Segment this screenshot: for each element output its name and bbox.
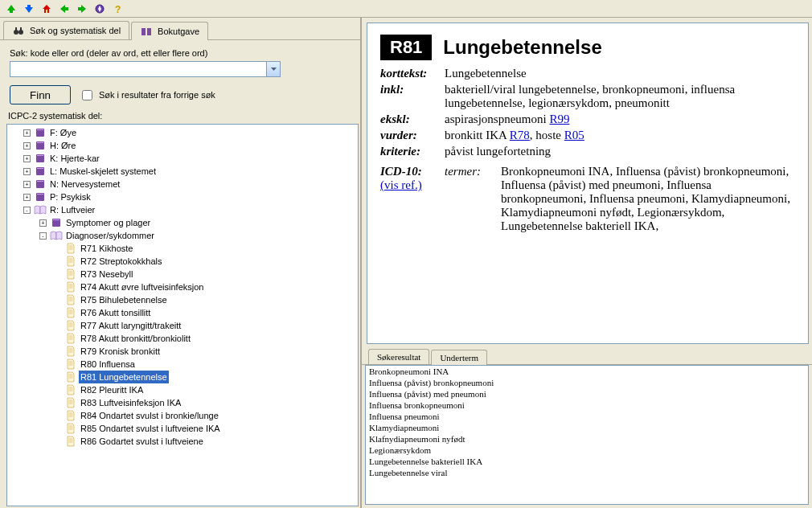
svg-rect-0 [46, 10, 47, 13]
page-icon [64, 435, 77, 448]
tree-node-label: R76 Akutt tonsillitt [79, 306, 152, 319]
tree-node-label: R77 Akutt laryngitt/trakeitt [79, 319, 182, 332]
book-icon [140, 25, 153, 38]
compass-icon[interactable] [93, 2, 106, 15]
tree-node-label: R75 Bihulebetennelse [79, 293, 169, 306]
nav-up-icon[interactable] [5, 2, 18, 15]
home-icon[interactable] [40, 2, 53, 15]
kriterie-value: påvist lungefortetning [445, 145, 795, 158]
search-dropdown-button[interactable] [267, 61, 281, 77]
tree-node[interactable]: -Diagnoser/sykdommer [7, 229, 358, 242]
code-badge: R81 [380, 35, 432, 60]
icd10-visref-link[interactable]: (vis ref.) [380, 178, 422, 191]
nav-back-icon[interactable] [58, 2, 71, 15]
page-icon [64, 383, 77, 396]
nav-down-icon[interactable] [23, 2, 35, 15]
search-input[interactable] [10, 61, 267, 77]
tree-view[interactable]: +F: Øye+H: Øre+K: Hjerte-kar+L: Muskel-s… [6, 124, 359, 506]
tree-node[interactable]: R81 Lungebetennelse [7, 371, 358, 383]
tree-node[interactable]: -R: Luftveier [7, 203, 358, 216]
detail-panel[interactable]: R81 Lungebetennelse korttekst: Lungebete… [367, 23, 809, 344]
list-item[interactable]: Bronkopneumoni INA [366, 366, 808, 377]
tree-node[interactable]: R85 Ondartet svulst i luftveiene IKA [7, 422, 358, 435]
tree-node-label: R86 Godartet svulst i luftveiene [79, 435, 205, 448]
search-area: Søk: kode eller ord (deler av ord, ett e… [0, 40, 360, 108]
list-item[interactable]: Lungebetennelse bakteriell IKA [366, 456, 808, 467]
left-pane: Søk og systematisk del Bokutgave Søk: ko… [0, 18, 362, 508]
tree-node[interactable]: +N: Nervesystemet [7, 178, 358, 190]
list-item[interactable]: Influensa pneumoni [366, 411, 808, 422]
ekskl-link[interactable]: R99 [549, 113, 569, 125]
tree-node[interactable]: +H: Øre [7, 139, 358, 152]
tree-node[interactable]: R83 Luftveisinfeksjon IKA [7, 396, 358, 409]
book-icon [34, 126, 47, 139]
tree-node[interactable]: +L: Muskel-skjelett systemet [7, 165, 358, 178]
vurder-link-1[interactable]: R78 [510, 129, 530, 141]
tree-expander-icon[interactable]: - [23, 207, 31, 214]
svg-rect-5 [15, 27, 17, 31]
tree-node[interactable]: R75 Bihulebetennelse [7, 293, 358, 306]
tree-node[interactable]: R73 Nesebyll [7, 268, 358, 281]
tree-node[interactable]: R72 Streptokokkhals [7, 255, 358, 268]
subterm-list[interactable]: Bronkopneumoni INAInfluensa (påvist) bro… [365, 365, 809, 505]
find-button[interactable]: Finn [10, 85, 71, 104]
korttekst-value: Lungebetennelse [445, 67, 795, 80]
icd10-termer-label: termer: [445, 165, 493, 233]
tree-node[interactable]: R79 Kronisk bronkitt [7, 345, 358, 358]
tree-expander-icon[interactable]: + [23, 155, 31, 162]
tab-search-results[interactable]: Søkeresultat [368, 349, 429, 364]
kriterie-label: kriterie: [380, 145, 445, 158]
search-in-results-checkbox[interactable]: Søk i resultater fra forrige søk [79, 88, 215, 103]
tree-node-label: K: Hjerte-kar [48, 152, 101, 165]
tree-expander-icon[interactable]: + [39, 219, 47, 227]
tree-expander-icon[interactable]: + [23, 129, 31, 137]
tree-node[interactable]: R71 Kikhoste [7, 242, 358, 255]
tab-book-edition[interactable]: Bokutgave [131, 22, 208, 40]
code-title: Lungebetennelse [443, 36, 601, 59]
tree-node[interactable]: +Symptomer og plager [7, 216, 358, 229]
help-icon[interactable]: ? [111, 2, 124, 15]
tree-node[interactable]: +K: Hjerte-kar [7, 152, 358, 165]
list-item[interactable]: Klamydiapneumoni [366, 422, 808, 433]
tree-node[interactable]: R76 Akutt tonsillitt [7, 306, 358, 319]
korttekst-label: korttekst: [380, 67, 445, 80]
tree-node[interactable]: R78 Akutt bronkitt/bronkiolitt [7, 332, 358, 345]
page-icon [64, 396, 77, 409]
tree-expander-icon[interactable]: - [39, 232, 47, 240]
page-icon [64, 409, 77, 422]
tree-node[interactable]: R84 Ondartet svulst i bronkie/lunge [7, 409, 358, 422]
nav-forward-icon[interactable] [76, 2, 88, 15]
list-item[interactable]: Influensa (påvist) med pneumoni [366, 388, 808, 399]
tree-node[interactable]: +F: Øye [7, 126, 358, 139]
svg-rect-8 [37, 142, 43, 143]
list-item[interactable]: Legionærsykdom [366, 444, 808, 456]
list-item[interactable]: Influensa (påvist) bronkopneumoni [366, 377, 808, 388]
tree-node[interactable]: R77 Akutt laryngitt/trakeitt [7, 319, 358, 332]
list-item[interactable]: Klafnydiapneumoni nyfødt [366, 433, 808, 444]
tree-node[interactable]: +P: Psykisk [7, 190, 358, 203]
tree-node[interactable]: R82 Pleuritt IKA [7, 383, 358, 396]
list-item[interactable]: Influensa bronkopneumoni [366, 399, 808, 411]
tree-expander-icon[interactable]: + [23, 181, 31, 188]
right-pane: R81 Lungebetennelse korttekst: Lungebete… [362, 18, 812, 508]
vurder-link-2[interactable]: R05 [564, 129, 584, 141]
vurder-text-2: , hoste [530, 129, 564, 141]
svg-rect-13 [53, 219, 59, 220]
tab-search-systematic[interactable]: Søk og systematisk del [3, 21, 129, 39]
tree-node[interactable]: R74 Akutt øvre luftveisinfeksjon [7, 281, 358, 293]
search-in-results-input[interactable] [82, 90, 92, 100]
tree-expander-icon[interactable]: + [23, 194, 31, 201]
tree-expander-icon[interactable]: + [23, 142, 31, 150]
page-icon [64, 306, 77, 319]
tab-book-label: Bokutgave [158, 27, 199, 36]
book-icon [50, 216, 63, 229]
tree-node[interactable]: R86 Godartet svulst i luftveiene [7, 435, 358, 448]
page-icon [64, 345, 77, 358]
tree-expander-icon[interactable]: + [23, 168, 31, 175]
tree-node[interactable]: R80 Influensa [7, 358, 358, 371]
book-open-icon [50, 229, 63, 242]
tree-node-label: Symptomer og plager [64, 216, 152, 229]
list-item[interactable]: Lungebetennelse viral [366, 467, 808, 478]
page-icon [64, 268, 77, 281]
tab-subterms[interactable]: Underterm [431, 350, 487, 365]
